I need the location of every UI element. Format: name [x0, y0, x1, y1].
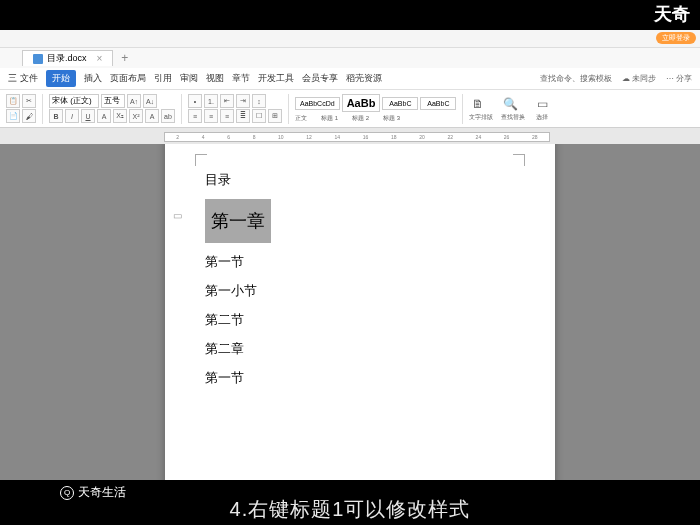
- document-tab[interactable]: 目录.docx ×: [22, 50, 113, 66]
- doc-line[interactable]: 第一节: [205, 249, 515, 275]
- document-tab-strip: 目录.docx × +: [0, 48, 700, 68]
- increase-font-button[interactable]: A↑: [127, 94, 141, 108]
- doc-line[interactable]: 第一小节: [205, 278, 515, 304]
- font-group: 宋体 (正文) 五号 A↑ A↓ B I U A X₂ X² A ab: [49, 94, 175, 123]
- numbering-button[interactable]: 1.: [204, 94, 218, 108]
- menu-view[interactable]: 视图: [206, 72, 224, 85]
- borders-button[interactable]: ⊞: [268, 109, 282, 123]
- align-right-button[interactable]: ≡: [220, 109, 234, 123]
- caption-bar: Q 天奇生活 4.右键标题1可以修改样式: [0, 480, 700, 525]
- format-painter-button[interactable]: 🖌: [22, 109, 36, 123]
- top-black-bar: 天奇: [0, 0, 700, 30]
- document-tab-label: 目录.docx: [47, 52, 87, 65]
- separator: [42, 94, 43, 124]
- doc-line[interactable]: 目录: [205, 167, 515, 193]
- font-name-select[interactable]: 宋体 (正文): [49, 94, 99, 108]
- style-normal[interactable]: AaBbCcDd: [295, 97, 340, 110]
- font-size-select[interactable]: 五号: [101, 94, 125, 108]
- separator: [288, 94, 289, 124]
- word-doc-icon: [33, 54, 43, 64]
- line-spacing-button[interactable]: ↕: [252, 94, 266, 108]
- menu-layout[interactable]: 页面布局: [110, 72, 146, 85]
- menu-resources[interactable]: 稻壳资源: [346, 72, 382, 85]
- font-color-button[interactable]: A: [145, 109, 159, 123]
- doc-line[interactable]: 第一节: [205, 365, 515, 391]
- doc-line[interactable]: 第二章: [205, 336, 515, 362]
- align-justify-button[interactable]: ≣: [236, 109, 250, 123]
- copy-button[interactable]: 📄: [6, 109, 20, 123]
- bold-button[interactable]: B: [49, 109, 63, 123]
- select-label: 选择: [533, 113, 551, 122]
- document-viewport[interactable]: ▭ 目录 第一章 第一节 第一小节 第二节 第二章 第一节: [0, 144, 700, 480]
- doc-line-selected[interactable]: 第一章: [205, 199, 271, 243]
- add-tab-button[interactable]: +: [115, 51, 134, 65]
- app-titlebar: [0, 30, 700, 48]
- main-menu-bar: 三 文件 开始 插入 页面布局 引用 审阅 视图 章节 开发工具 会员专享 稻壳…: [0, 68, 700, 90]
- text-layout-label: 文字排版: [469, 113, 493, 122]
- menu-chapter[interactable]: 章节: [232, 72, 250, 85]
- style-heading1[interactable]: AaBb: [342, 94, 381, 112]
- styles-group: AaBbCcDd AaBb AaBbC AaBbC 正文 标题 1 标题 2 标…: [295, 94, 456, 123]
- indent-button[interactable]: ⇥: [236, 94, 250, 108]
- separator: [181, 94, 182, 124]
- shading-button[interactable]: ☐: [252, 109, 266, 123]
- watermark-text: 天奇生活: [78, 484, 126, 501]
- highlight-button[interactable]: ab: [161, 109, 175, 123]
- margin-corner: [513, 154, 525, 166]
- document-page[interactable]: ▭ 目录 第一章 第一节 第一小节 第二节 第二章 第一节: [165, 144, 555, 480]
- menu-insert[interactable]: 插入: [84, 72, 102, 85]
- menu-references[interactable]: 引用: [154, 72, 172, 85]
- style-heading3[interactable]: AaBbC: [420, 97, 456, 110]
- brand-logo: 天奇: [654, 2, 690, 26]
- search-commands[interactable]: 查找命令、搜索模板: [540, 73, 612, 84]
- menu-vip[interactable]: 会员专享: [302, 72, 338, 85]
- find-replace-icon[interactable]: 🔍: [501, 95, 519, 113]
- align-left-button[interactable]: ≡: [188, 109, 202, 123]
- doc-line[interactable]: 第二节: [205, 307, 515, 333]
- editing-group: 🗎 文字排版 🔍 查找替换 ▭ 选择: [469, 95, 551, 122]
- margin-corner: [195, 154, 207, 166]
- decrease-font-button[interactable]: A↓: [143, 94, 157, 108]
- style-label: 标题 3: [383, 114, 400, 123]
- paste-button[interactable]: 📋: [6, 94, 20, 108]
- bullets-button[interactable]: •: [188, 94, 202, 108]
- style-heading2[interactable]: AaBbC: [382, 97, 418, 110]
- vip-login-badge[interactable]: 立即登录: [656, 32, 696, 44]
- document-content[interactable]: 目录 第一章 第一节 第一小节 第二节 第二章 第一节: [205, 167, 515, 391]
- select-icon[interactable]: ▭: [533, 95, 551, 113]
- outdent-button[interactable]: ⇤: [220, 94, 234, 108]
- style-label: 标题 1: [321, 114, 338, 123]
- superscript-button[interactable]: X²: [129, 109, 143, 123]
- text-layout-icon[interactable]: 🗎: [469, 95, 487, 113]
- menu-review[interactable]: 审阅: [180, 72, 198, 85]
- watermark-icon: Q: [60, 486, 74, 500]
- watermark-brand: Q 天奇生活: [60, 484, 126, 501]
- find-replace-label: 查找替换: [501, 113, 525, 122]
- clipboard-group: 📋 ✂ 📄 🖌: [6, 94, 36, 123]
- menu-devtools[interactable]: 开发工具: [258, 72, 294, 85]
- menu-right-group: 查找命令、搜索模板 ☁ 未同步 ⋯ 分享: [540, 73, 692, 84]
- strike-button[interactable]: A: [97, 109, 111, 123]
- ribbon-toolbar: 📋 ✂ 📄 🖌 宋体 (正文) 五号 A↑ A↓ B I U A X₂ X² A…: [0, 90, 700, 128]
- sync-status[interactable]: ☁ 未同步: [622, 73, 656, 84]
- paragraph-group: • 1. ⇤ ⇥ ↕ ≡ ≡ ≡ ≣ ☐ ⊞: [188, 94, 282, 123]
- menu-file[interactable]: 三 文件: [8, 72, 38, 85]
- share-button[interactable]: ⋯ 分享: [666, 73, 692, 84]
- underline-button[interactable]: U: [81, 109, 95, 123]
- align-center-button[interactable]: ≡: [204, 109, 218, 123]
- menu-start[interactable]: 开始: [46, 70, 76, 87]
- style-label: 正文: [295, 114, 307, 123]
- italic-button[interactable]: I: [65, 109, 79, 123]
- ruler-area: 246810121416182022242628: [0, 128, 700, 144]
- separator: [462, 94, 463, 124]
- horizontal-ruler[interactable]: 246810121416182022242628: [164, 132, 550, 142]
- cut-button[interactable]: ✂: [22, 94, 36, 108]
- close-icon[interactable]: ×: [97, 53, 103, 64]
- subtitle-text: 4.右键标题1可以修改样式: [230, 496, 471, 523]
- style-label: 标题 2: [352, 114, 369, 123]
- paragraph-marker-icon: ▭: [173, 210, 182, 221]
- subscript-button[interactable]: X₂: [113, 109, 127, 123]
